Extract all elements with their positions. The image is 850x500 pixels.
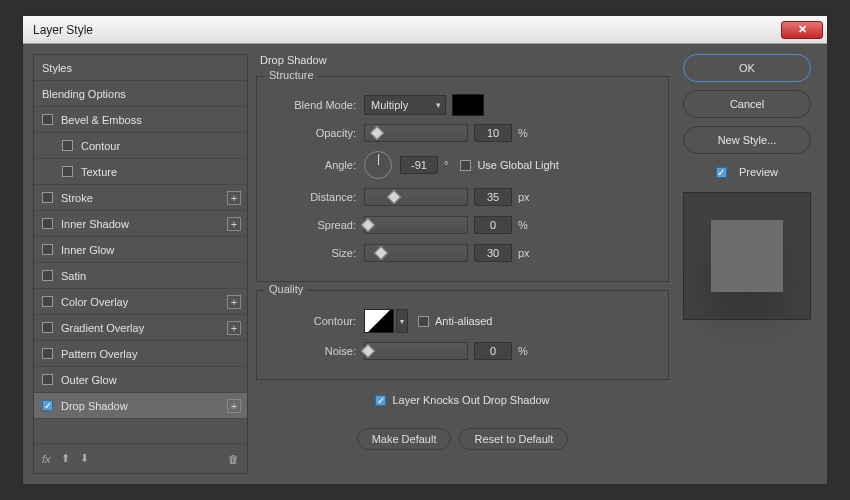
sidebar-item-satin[interactable]: Satin <box>34 263 247 289</box>
trash-icon[interactable]: 🗑 <box>228 453 239 465</box>
sidebar-item-texture[interactable]: Texture <box>34 159 247 185</box>
checkbox-icon[interactable] <box>42 348 53 359</box>
close-button[interactable]: ✕ <box>781 21 823 39</box>
plus-icon[interactable]: + <box>227 217 241 231</box>
distance-label: Distance: <box>269 191 364 203</box>
main-panel: Drop Shadow Structure Blend Mode: Multip… <box>256 54 669 474</box>
checkbox-icon[interactable] <box>42 322 53 333</box>
sidebar-footer: fx ⬆ ⬇ 🗑 <box>34 443 247 473</box>
preview-inner-icon <box>711 220 783 292</box>
angle-input[interactable]: -91 <box>400 156 438 174</box>
checkbox-icon[interactable]: ✓ <box>42 400 53 411</box>
plus-icon[interactable]: + <box>227 191 241 205</box>
plus-icon[interactable]: + <box>227 295 241 309</box>
structure-legend: Structure <box>265 69 318 81</box>
checkbox-icon[interactable] <box>62 166 73 177</box>
sidebar-item-drop-shadow[interactable]: ✓Drop Shadow+ <box>34 393 247 419</box>
checkbox-icon[interactable] <box>42 374 53 385</box>
opacity-slider[interactable] <box>364 124 468 142</box>
reset-default-button[interactable]: Reset to Default <box>459 428 568 450</box>
checkbox-icon[interactable] <box>42 218 53 229</box>
knocks-out-checkbox[interactable]: ✓ <box>375 395 386 406</box>
distance-slider[interactable] <box>364 188 468 206</box>
quality-group: Quality Contour: ▾ Anti-aliased Noise: 0… <box>256 290 669 380</box>
ok-button[interactable]: OK <box>683 54 811 82</box>
checkbox-icon[interactable] <box>42 192 53 203</box>
knocks-out-label: Layer Knocks Out Drop Shadow <box>392 394 549 406</box>
spread-slider[interactable] <box>364 216 468 234</box>
size-label: Size: <box>269 247 364 259</box>
panel-title: Drop Shadow <box>260 54 669 66</box>
checkbox-icon[interactable] <box>42 114 53 125</box>
blendmode-label: Blend Mode: <box>269 99 364 111</box>
fx-icon[interactable]: fx <box>42 453 51 465</box>
cancel-button[interactable]: Cancel <box>683 90 811 118</box>
right-panel: OK Cancel New Style... ✓ Preview <box>677 54 817 474</box>
sidebar-item-gradient-overlay[interactable]: Gradient Overlay+ <box>34 315 247 341</box>
titlebar[interactable]: Layer Style ✕ <box>23 16 827 44</box>
preview-checkbox[interactable]: ✓ <box>716 167 727 178</box>
opacity-label: Opacity: <box>269 127 364 139</box>
sidebar-item-blending-options[interactable]: Blending Options <box>34 81 247 107</box>
anti-aliased-checkbox[interactable] <box>418 316 429 327</box>
plus-icon[interactable]: + <box>227 399 241 413</box>
sidebar-item-inner-shadow[interactable]: Inner Shadow+ <box>34 211 247 237</box>
distance-input[interactable]: 35 <box>474 188 512 206</box>
contour-dropdown-icon[interactable]: ▾ <box>396 309 408 333</box>
sidebar-item-bevel-emboss[interactable]: Bevel & Emboss <box>34 107 247 133</box>
arrow-up-icon[interactable]: ⬆ <box>61 452 70 465</box>
checkbox-icon[interactable] <box>42 270 53 281</box>
preview-thumbnail <box>683 192 811 320</box>
sidebar-item-contour[interactable]: Contour <box>34 133 247 159</box>
checkbox-icon[interactable] <box>42 296 53 307</box>
sidebar-item-pattern-overlay[interactable]: Pattern Overlay <box>34 341 247 367</box>
contour-label: Contour: <box>269 315 364 327</box>
make-default-button[interactable]: Make Default <box>357 428 452 450</box>
window-title: Layer Style <box>33 23 93 37</box>
preview-label: Preview <box>739 166 778 178</box>
angle-dial[interactable] <box>364 151 392 179</box>
structure-group: Structure Blend Mode: Multiply Opacity: … <box>256 76 669 282</box>
sidebar-item-inner-glow[interactable]: Inner Glow <box>34 237 247 263</box>
sidebar-item-color-overlay[interactable]: Color Overlay+ <box>34 289 247 315</box>
noise-input[interactable]: 0 <box>474 342 512 360</box>
noise-label: Noise: <box>269 345 364 357</box>
shadow-color-swatch[interactable] <box>452 94 484 116</box>
angle-label: Angle: <box>269 159 364 171</box>
size-slider[interactable] <box>364 244 468 262</box>
global-light-label: Use Global Light <box>477 159 558 171</box>
sidebar-item-stroke[interactable]: Stroke+ <box>34 185 247 211</box>
checkbox-icon[interactable] <box>62 140 73 151</box>
size-input[interactable]: 30 <box>474 244 512 262</box>
plus-icon[interactable]: + <box>227 321 241 335</box>
blendmode-select[interactable]: Multiply <box>364 95 446 115</box>
new-style-button[interactable]: New Style... <box>683 126 811 154</box>
close-icon: ✕ <box>798 23 807 36</box>
sidebar-item-outer-glow[interactable]: Outer Glow <box>34 367 247 393</box>
arrow-down-icon[interactable]: ⬇ <box>80 452 89 465</box>
global-light-checkbox[interactable] <box>460 160 471 171</box>
opacity-input[interactable]: 10 <box>474 124 512 142</box>
quality-legend: Quality <box>265 283 307 295</box>
anti-aliased-label: Anti-aliased <box>435 315 492 327</box>
checkbox-icon[interactable] <box>42 244 53 255</box>
spread-label: Spread: <box>269 219 364 231</box>
spread-input[interactable]: 0 <box>474 216 512 234</box>
styles-sidebar: Styles Blending Options Bevel & Emboss C… <box>33 54 248 474</box>
noise-slider[interactable] <box>364 342 468 360</box>
contour-swatch[interactable] <box>364 309 394 333</box>
layer-style-dialog: Layer Style ✕ Styles Blending Options Be… <box>22 15 828 485</box>
sidebar-item-styles[interactable]: Styles <box>34 55 247 81</box>
